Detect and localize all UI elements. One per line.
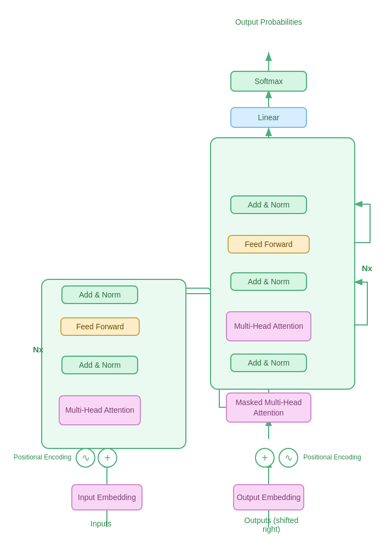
- encoder-nx-label: Nx: [33, 345, 43, 354]
- decoder-feed-forward: Feed Forward: [228, 235, 310, 254]
- decoder-masked-attention: Masked Multi-Head Attention: [226, 392, 311, 423]
- linear-box: Linear: [230, 107, 307, 128]
- outputs-label: Outputs (shifted right): [236, 516, 307, 534]
- encoder-add-norm-2: Add & Norm: [61, 285, 138, 304]
- softmax-box: Softmax: [230, 71, 307, 92]
- decoder-add-norm-1: Add & Norm: [230, 353, 307, 372]
- decoder-add-norm-2: Add & Norm: [230, 272, 307, 291]
- inputs-label: Inputs: [90, 519, 111, 528]
- decoder-cross-attention: Multi-Head Attention: [226, 311, 311, 341]
- encoder-positional-wave: ∿: [76, 448, 95, 468]
- transformer-diagram: Output Probabilities Softmax Linear Add …: [0, 0, 392, 539]
- decoder-positional-wave: ∿: [279, 448, 298, 468]
- encoder-attention: Multi-Head Attention: [59, 395, 141, 425]
- encoder-plus-circle: +: [98, 448, 117, 468]
- encoder-add-norm-1: Add & Norm: [61, 356, 138, 374]
- encoder-positional-label: Positional Encoding: [11, 453, 74, 461]
- decoder-positional-label: Positional Encoding: [299, 453, 365, 461]
- decoder-container: [210, 137, 355, 390]
- output-embedding-box: Output Embedding: [233, 484, 304, 510]
- input-embedding-box: Input Embedding: [71, 484, 143, 510]
- encoder-feed-forward: Feed Forward: [60, 317, 140, 336]
- decoder-add-norm-3: Add & Norm: [230, 195, 307, 214]
- output-probs-label: Output Probabilities: [230, 18, 307, 26]
- decoder-plus-circle: +: [255, 448, 275, 468]
- decoder-nx-label: Nx: [362, 263, 372, 273]
